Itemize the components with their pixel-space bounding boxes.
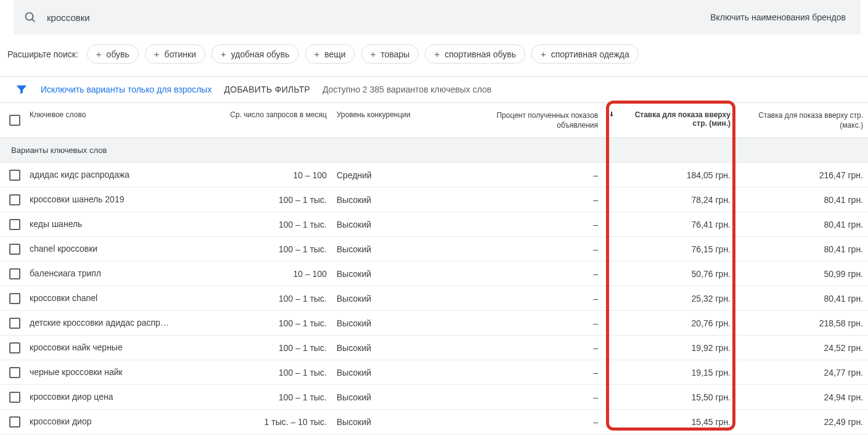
cell-competition: Высокий bbox=[332, 262, 467, 286]
row-checkbox[interactable] bbox=[9, 170, 20, 181]
exclude-adult-filter[interactable]: Исключить варианты только для взрослых bbox=[41, 85, 211, 94]
select-all-checkbox[interactable] bbox=[9, 115, 20, 126]
cell-bid-min: 184,05 грн. bbox=[603, 163, 735, 187]
table-row[interactable]: кроссовки найк черные100 – 1 тыс.Высокий… bbox=[0, 336, 868, 360]
header-keyword[interactable]: Ключевое слово bbox=[30, 103, 215, 138]
expand-chip-3[interactable]: +вещи bbox=[305, 44, 355, 64]
table-row[interactable]: кроссовки шанель 2019100 – 1 тыс.Высокий… bbox=[0, 188, 868, 212]
table-row[interactable]: адидас кидс распродажа10 – 100Средний–18… bbox=[0, 163, 868, 188]
cell-keyword: черные кроссовки найк bbox=[30, 360, 215, 384]
svg-point-0 bbox=[26, 13, 33, 20]
chip-label: спортивная одежда bbox=[551, 49, 629, 59]
chip-label: вещи bbox=[324, 49, 345, 59]
cell-competition: Высокий bbox=[332, 188, 467, 212]
table-row[interactable]: chanel кроссовки100 – 1 тыс.Высокий–76,1… bbox=[0, 237, 868, 262]
cell-bid-min: 76,15 грн. bbox=[603, 237, 735, 261]
cell-bid-max: 80,41 грн. bbox=[735, 212, 868, 236]
expand-chip-5[interactable]: +спортивная обувь bbox=[425, 44, 525, 64]
row-checkbox[interactable] bbox=[9, 268, 20, 279]
header-monthly-searches[interactable]: Ср. число запросов в месяц bbox=[215, 103, 332, 138]
cell-keyword: баленсиага трипл bbox=[30, 262, 215, 286]
expand-chip-2[interactable]: +удобная обувь bbox=[211, 44, 299, 64]
cell-bid-max: 24,94 грн. bbox=[735, 385, 868, 409]
cell-bid-min: 19,15 грн. bbox=[603, 360, 735, 384]
cell-competition: Высокий bbox=[332, 410, 467, 434]
available-keywords-info: Доступно 2 385 вариантов ключевых слов bbox=[322, 85, 491, 94]
header-top-of-page-bid-min[interactable]: Ставка для показа вверху стр. (мин.) bbox=[603, 103, 735, 138]
filter-icon[interactable] bbox=[15, 83, 28, 96]
cell-impressions: – bbox=[467, 212, 603, 236]
search-input[interactable] bbox=[47, 12, 710, 23]
cell-keyword: кроссовки chanel bbox=[30, 286, 215, 310]
table-row[interactable]: кроссовки диор цена100 – 1 тыс.Высокий–1… bbox=[0, 385, 868, 410]
table-header: Ключевое слово Ср. число запросов в меся… bbox=[0, 103, 868, 138]
cell-monthly: 10 – 100 bbox=[215, 262, 332, 286]
cell-impressions: – bbox=[467, 188, 603, 212]
table-row[interactable]: кроссовки диор1 тыс. – 10 тыс.Высокий–15… bbox=[0, 410, 868, 434]
cell-monthly: 100 – 1 тыс. bbox=[215, 212, 332, 236]
expand-chip-4[interactable]: +товары bbox=[361, 44, 419, 64]
cell-monthly: 100 – 1 тыс. bbox=[215, 385, 332, 409]
header-competition[interactable]: Уровень конкуренции bbox=[332, 103, 467, 138]
expand-label: Расширьте поиск: bbox=[7, 49, 78, 59]
cell-bid-max: 24,52 грн. bbox=[735, 336, 868, 360]
table-row[interactable]: баленсиага трипл10 – 100Высокий–50,76 гр… bbox=[0, 262, 868, 286]
cell-competition: Высокий bbox=[332, 237, 467, 261]
cell-competition: Высокий bbox=[332, 336, 467, 360]
cell-impressions: – bbox=[467, 311, 603, 335]
include-brand-names-toggle[interactable]: Включить наименования брендов bbox=[710, 12, 851, 22]
cell-impressions: – bbox=[467, 237, 603, 261]
cell-bid-min: 25,32 грн. bbox=[603, 286, 735, 310]
add-filter-button[interactable]: ДОБАВИТЬ ФИЛЬТР bbox=[224, 85, 310, 94]
cell-competition: Высокий bbox=[332, 385, 467, 409]
cell-monthly: 100 – 1 тыс. bbox=[215, 286, 332, 310]
cell-impressions: – bbox=[467, 385, 603, 409]
row-checkbox[interactable] bbox=[9, 416, 20, 427]
table-row[interactable]: черные кроссовки найк100 – 1 тыс.Высокий… bbox=[0, 360, 868, 385]
row-checkbox[interactable] bbox=[9, 244, 20, 255]
row-checkbox[interactable] bbox=[9, 219, 20, 230]
plus-icon: + bbox=[434, 49, 440, 59]
cell-competition: Высокий bbox=[332, 311, 467, 335]
sort-descending-icon bbox=[608, 110, 615, 118]
expand-chip-6[interactable]: +спортивная одежда bbox=[531, 44, 639, 64]
row-checkbox[interactable] bbox=[9, 293, 20, 304]
row-checkbox[interactable] bbox=[9, 342, 20, 353]
svg-line-1 bbox=[32, 19, 35, 22]
cell-bid-min: 76,41 грн. bbox=[603, 212, 735, 236]
cell-bid-min: 20,76 грн. bbox=[603, 311, 735, 335]
cell-competition: Средний bbox=[332, 163, 467, 187]
keyword-ideas-section: Варианты ключевых слов bbox=[0, 138, 868, 163]
row-checkbox[interactable] bbox=[9, 194, 20, 205]
chip-label: товары bbox=[380, 49, 409, 59]
header-impression-share[interactable]: Процент полученных показов объявления bbox=[467, 103, 603, 138]
cell-keyword: детские кроссовки адидас распр… bbox=[30, 311, 215, 335]
cell-bid-min: 15,50 грн. bbox=[603, 385, 735, 409]
keyword-table: Ключевое слово Ср. число запросов в меся… bbox=[0, 103, 868, 434]
expand-chip-1[interactable]: +ботинки bbox=[145, 44, 205, 64]
expand-chip-0[interactable]: +обувь bbox=[87, 44, 139, 64]
cell-bid-max: 50,99 грн. bbox=[735, 262, 868, 286]
cell-keyword: адидас кидс распродажа bbox=[30, 163, 215, 187]
cell-monthly: 100 – 1 тыс. bbox=[215, 311, 332, 335]
table-row[interactable]: детские кроссовки адидас распр…100 – 1 т… bbox=[0, 311, 868, 336]
table-body: адидас кидс распродажа10 – 100Средний–18… bbox=[0, 163, 868, 434]
cell-impressions: – bbox=[467, 336, 603, 360]
cell-monthly: 100 – 1 тыс. bbox=[215, 237, 332, 261]
table-row[interactable]: кеды шанель100 – 1 тыс.Высокий–76,41 грн… bbox=[0, 212, 868, 237]
cell-impressions: – bbox=[467, 360, 603, 384]
table-row[interactable]: кроссовки chanel100 – 1 тыс.Высокий–25,3… bbox=[0, 286, 868, 311]
cell-bid-min: 50,76 грн. bbox=[603, 262, 735, 286]
row-checkbox[interactable] bbox=[9, 367, 20, 378]
cell-keyword: кеды шанель bbox=[30, 212, 215, 236]
plus-icon: + bbox=[314, 49, 320, 59]
search-bar: Включить наименования брендов bbox=[14, 0, 861, 35]
header-top-of-page-bid-max[interactable]: Ставка для показа вверху стр. (макс.) bbox=[735, 103, 868, 138]
cell-impressions: – bbox=[467, 163, 603, 187]
chip-container: +обувь+ботинки+удобная обувь+вещи+товары… bbox=[87, 44, 639, 64]
cell-bid-max: 24,77 грн. bbox=[735, 360, 868, 384]
row-checkbox[interactable] bbox=[9, 392, 20, 403]
cell-keyword: кроссовки найк черные bbox=[30, 336, 215, 360]
cell-bid-max: 218,58 грн. bbox=[735, 311, 868, 335]
row-checkbox[interactable] bbox=[9, 318, 20, 329]
